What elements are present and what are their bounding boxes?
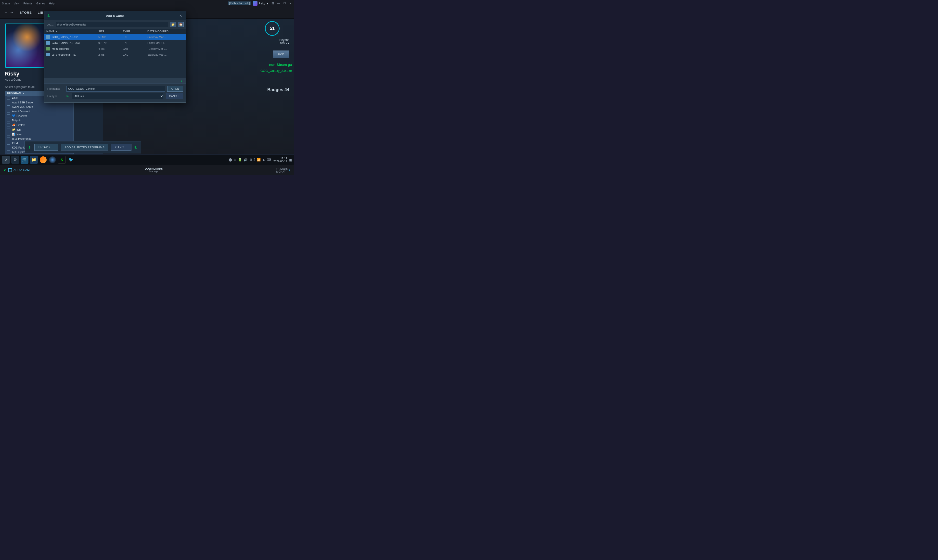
toolbar-folder-btn[interactable]: 📁 xyxy=(170,22,176,27)
checkbox-avahi-zero[interactable] xyxy=(7,110,10,113)
non-steam-label: non-Steam ga xyxy=(269,63,292,67)
downloads-label: DOWNLOADS xyxy=(145,167,163,170)
dropdown-icon[interactable]: ▼ xyxy=(266,2,269,5)
badges-number: 44 xyxy=(284,87,289,92)
firefox-taskbar-icon xyxy=(40,156,46,163)
maximize-button[interactable]: ❐ xyxy=(282,2,287,5)
step5-label: 5. xyxy=(66,94,69,98)
program-item-fish[interactable]: 📁 fish xyxy=(5,127,73,132)
file-icon-vs xyxy=(46,53,50,56)
col-name[interactable]: NAME ▲ xyxy=(46,30,98,33)
profile-avatar xyxy=(5,23,49,68)
checkbox-htop[interactable] xyxy=(7,133,10,136)
step7-label: 7. xyxy=(181,79,183,83)
file-row-gog-alt[interactable]: GOG_Galaxy_2.0_.exe 961 KB EXE Friday Ma… xyxy=(45,40,186,46)
window-icon-btn[interactable]: 🖼 xyxy=(271,2,275,5)
checkbox-dolphin[interactable] xyxy=(7,119,10,122)
back-arrow[interactable]: ← xyxy=(4,10,8,15)
open-button[interactable]: OPEN xyxy=(167,86,183,92)
step7-container: 7. xyxy=(45,78,186,83)
taskbar-firefox-icon[interactable] xyxy=(39,156,47,164)
file-list-body: GOG_Galaxy_2.0.exe 59 MB EXE Saturday Ma… xyxy=(45,34,186,78)
file-name-label: File name: xyxy=(47,87,65,90)
taskbar-back-icon[interactable]: ↺ xyxy=(2,156,10,164)
steam-window: Steam View Friends Games Help [Public - … xyxy=(0,0,294,175)
taskbar-settings-icon[interactable]: ⚙ xyxy=(11,156,19,164)
taskbar: ↺ ⚙ 🛒 📁 $ 🐦 ⬤ ♨ 🔋 🔊 🖥 ₿ 📶 ▲ ⌨ 17: xyxy=(0,154,294,165)
taskbar-terminal-icon[interactable]: $ xyxy=(58,156,66,164)
file-name-gog-main: GOG_Galaxy_2.0.exe xyxy=(46,35,98,39)
menu-view[interactable]: View xyxy=(14,2,20,5)
program-item-dolphin[interactable]: Dolphin xyxy=(5,118,73,123)
col-date[interactable]: DATE MODIFIED xyxy=(147,30,184,33)
dialog-close-button[interactable]: ✕ xyxy=(178,13,183,18)
friends-chat-label: FRIENDS & CHAT xyxy=(276,167,288,173)
cancel-dialog-button[interactable]: CANCEL xyxy=(166,93,183,99)
menu-help[interactable]: Help xyxy=(49,2,55,5)
program-item-avahi-vnc[interactable]: Avahi VNC Serve xyxy=(5,105,73,109)
file-name-input[interactable] xyxy=(66,86,165,92)
program-label-htop: Htop xyxy=(17,133,22,136)
user-badge[interactable]: Risky ▼ xyxy=(253,1,269,6)
profile-button[interactable]: rofile xyxy=(273,51,289,58)
col-type[interactable]: TYPE xyxy=(123,30,147,33)
file-row-memhelper[interactable]: MemHelper.jar 4 MB JAR Tuesday Mar 2... xyxy=(45,46,186,52)
file-type-label: File type: xyxy=(47,95,65,97)
checkbox-avahi-vnc[interactable] xyxy=(7,105,10,108)
downloads-section[interactable]: DOWNLOADS Manage xyxy=(145,167,163,173)
checkbox-avahi-ssh[interactable] xyxy=(7,101,10,104)
file-size-memhelper: 4 MB xyxy=(98,47,123,50)
checkbox-ark[interactable] xyxy=(7,97,10,100)
checkbox-ida[interactable] xyxy=(7,142,10,145)
up-arrow-icon: ▲ xyxy=(262,158,265,162)
nav-arrows: ← → xyxy=(4,10,14,15)
checkbox-firefox[interactable] xyxy=(7,123,10,126)
location-path-input[interactable] xyxy=(56,22,168,27)
minimize-button[interactable]: — xyxy=(277,2,281,5)
plus-icon: + xyxy=(8,168,12,172)
checkbox-kde-settings[interactable] xyxy=(7,151,10,154)
checkbox-kde-partition[interactable] xyxy=(7,146,10,149)
menu-friends[interactable]: Friends xyxy=(23,2,32,5)
checkbox-fish[interactable] xyxy=(7,128,10,131)
col-size[interactable]: SIZE xyxy=(98,30,123,33)
menu-games[interactable]: Games xyxy=(36,2,45,5)
checkbox-discover[interactable] xyxy=(7,114,10,117)
file-row-gog-main[interactable]: GOG_Galaxy_2.0.exe 59 MB EXE Saturday Ma… xyxy=(45,34,186,40)
file-row-vs[interactable]: vs_professional__b... 2 MB EXE Saturday … xyxy=(45,52,186,58)
friends-chat-button[interactable]: FRIENDS & CHAT + xyxy=(276,167,290,173)
taskbar-files-icon[interactable]: 📁 xyxy=(30,156,38,164)
browse-button[interactable]: BROWSE... xyxy=(34,144,58,151)
forward-arrow[interactable]: → xyxy=(10,10,14,15)
program-item-htop[interactable]: 📊 Htop xyxy=(5,132,73,137)
taskbar-steam-icon[interactable] xyxy=(49,156,56,164)
program-item-firefox[interactable]: 🦊 Firefox xyxy=(5,123,73,127)
bluetooth-icon: ₿ xyxy=(253,158,255,162)
bottom-bar: 2. + ADD A GAME DOWNLOADS Manage FRIENDS… xyxy=(0,165,294,175)
taskbar-bird-icon[interactable]: 🐦 xyxy=(67,156,75,164)
gog-filename-label: GOG_Galaxy_2.0.exe xyxy=(261,69,292,72)
display-icon: 🖥 xyxy=(249,158,252,162)
file-type-select[interactable]: All Files xyxy=(72,93,164,99)
program-item-ibus[interactable]: IBus Preference xyxy=(5,137,73,141)
program-label-discover: Discover xyxy=(17,114,27,117)
cancel-main-button[interactable]: CANCEL xyxy=(111,144,131,151)
nav-store[interactable]: STORE xyxy=(20,11,32,14)
close-button[interactable]: ✕ xyxy=(288,2,292,5)
manage-label: Manage xyxy=(145,170,163,173)
add-selected-button[interactable]: ADD SELECTED PROGRAMS xyxy=(61,144,108,151)
toolbar-home-btn[interactable]: 🏠 xyxy=(178,22,184,27)
screen-icon[interactable]: ▣ xyxy=(289,158,292,162)
add-programs-bar: 3. BROWSE... ADD SELECTED PROGRAMS CANCE… xyxy=(25,141,141,154)
checkbox-ibus[interactable] xyxy=(7,137,10,140)
menu-steam[interactable]: Steam xyxy=(2,2,10,5)
program-label-avahi-zero: Avahi Zeroconf xyxy=(12,110,30,113)
taskbar-store-icon[interactable]: 🛒 xyxy=(21,156,28,164)
file-date-gog-alt: Friday Mar 11... xyxy=(147,42,184,45)
program-label-avahi-ssh: Avahi SSH Serve xyxy=(12,101,33,104)
ida-icon: 🖼 xyxy=(12,142,15,145)
add-game-bottom-button[interactable]: + ADD A GAME xyxy=(8,168,32,172)
program-item-discover[interactable]: 💙 Discover xyxy=(5,114,73,118)
program-item-avahi-zero[interactable]: Avahi Zeroconf xyxy=(5,109,73,114)
system-icons: ⬤ ♨ 🔋 🔊 🖥 ₿ 📶 ▲ ⌨ xyxy=(228,158,272,162)
